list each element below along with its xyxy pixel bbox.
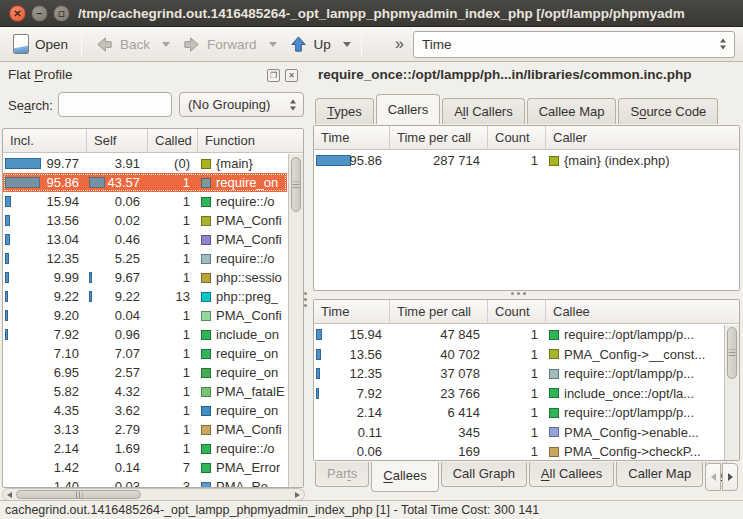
tab-all-callers[interactable]: All Callers	[442, 98, 525, 124]
column-header-time[interactable]: Time	[314, 300, 390, 324]
column-header-time[interactable]: Time	[314, 126, 390, 150]
grouping-combo[interactable]: (No Grouping)	[179, 92, 304, 117]
function-row[interactable]: 6.952.571require_on	[3, 363, 287, 382]
tab-callee-map[interactable]: Callee Map	[527, 98, 617, 124]
callee-row[interactable]: 7.9223 7661include_once::/opt/la...	[314, 384, 723, 404]
open-button[interactable]: Open	[8, 31, 73, 57]
title-bar: ✕ − ◻ /tmp/cachegrind.out.1416485264-_op…	[0, 0, 743, 27]
tab-callers[interactable]: Callers	[376, 94, 440, 124]
function-type-icon	[549, 330, 559, 340]
callee-row[interactable]: 2.146 4141require::/opt/lampp/p...	[314, 403, 723, 423]
toolbar: Open Back Forward Up » Time	[0, 27, 743, 62]
toolbar-overflow-chevron[interactable]: »	[391, 35, 408, 53]
function-row[interactable]: 5.824.321PMA_fatalE	[3, 382, 287, 401]
function-row[interactable]: 15.940.061require::/o	[3, 192, 287, 211]
up-dropdown-icon[interactable]	[343, 42, 351, 47]
callee-row[interactable]: 13.5640 7021PMA_Config->__const...	[314, 345, 723, 365]
back-button[interactable]: Back	[90, 32, 155, 57]
window-close-button[interactable]: ✕	[9, 5, 26, 22]
function-row[interactable]: 1.420.147PMA_Error	[3, 458, 287, 477]
vertical-scrollbar[interactable]	[288, 154, 303, 487]
function-type-icon	[201, 349, 211, 359]
up-button[interactable]: Up	[284, 32, 336, 57]
flat-profile-dock: Flat Profile ❐ ✕ Search: (No Grouping) I…	[0, 62, 306, 500]
function-type-icon	[201, 444, 211, 454]
column-header-caller[interactable]: Caller	[546, 126, 739, 150]
forward-button[interactable]: Forward	[177, 32, 262, 57]
column-header-function[interactable]: Function	[198, 129, 303, 153]
function-row[interactable]: 13.040.461PMA_Confi	[3, 230, 287, 249]
column-header-callee[interactable]: Callee	[546, 300, 739, 324]
scroll-left-icon[interactable]	[7, 492, 12, 498]
function-row[interactable]: 3.132.791PMA_Confi	[3, 420, 287, 439]
table-splitter[interactable]	[511, 292, 514, 295]
function-row[interactable]: 7.107.071require_on	[3, 344, 287, 363]
function-detail-panel: require_once::/opt/lampp/ph...in/librari…	[306, 62, 743, 500]
function-row[interactable]: 99.773.91(0){main}	[3, 154, 287, 173]
scroll-right-icon[interactable]	[295, 492, 300, 498]
function-row[interactable]: 2.141.691require::/o	[3, 439, 287, 458]
function-type-icon	[201, 178, 211, 188]
spinner-arrows-icon[interactable]	[290, 99, 296, 110]
scrollbar-thumb[interactable]	[16, 490, 141, 499]
toolbar-separator	[81, 32, 82, 56]
column-header-called[interactable]: Called	[148, 129, 198, 153]
tab-source-code[interactable]: Source Code	[618, 98, 718, 124]
window-title: /tmp/cachegrind.out.1416485264-_opt_lamp…	[78, 0, 741, 27]
function-type-icon	[201, 368, 211, 378]
column-header-self[interactable]: Self	[87, 129, 148, 153]
tab-scroll-right-icon[interactable]	[722, 463, 738, 491]
function-row[interactable]: 9.999.671php::sessio	[3, 268, 287, 287]
function-row[interactable]: 9.200.041PMA_Confi	[3, 306, 287, 325]
tab-scroll-left-icon[interactable]	[705, 463, 721, 491]
detail-tabs-bottom: PartsCalleesCall GraphAll CalleesCaller …	[315, 462, 729, 493]
column-header-count[interactable]: Count	[488, 300, 546, 324]
column-header-time-per-call[interactable]: Time per call	[390, 300, 488, 324]
search-input[interactable]	[58, 92, 172, 117]
function-type-icon	[549, 447, 559, 457]
function-list: 99.773.91(0){main}95.8643.571require_on1…	[3, 154, 287, 487]
callee-row[interactable]: 0.113451PMA_Config->enable...	[314, 423, 723, 443]
scrollbar-thumb[interactable]	[727, 327, 737, 379]
tab-parts[interactable]: Parts	[315, 462, 369, 487]
callee-row[interactable]: 12.3537 0781require::/opt/lampp/p...	[314, 364, 723, 384]
function-row[interactable]: 4.353.621require_on	[3, 401, 287, 420]
function-type-icon	[549, 427, 559, 437]
window-maximize-button[interactable]: ◻	[53, 5, 70, 22]
function-row[interactable]: 1.400.033PMA_Re	[3, 477, 287, 487]
callee-row[interactable]: 0.061691PMA_Config->checkP...	[314, 442, 723, 460]
callee-list: 15.9447 8451require::/opt/lampp/p...13.5…	[314, 325, 723, 460]
function-type-icon	[549, 349, 559, 359]
tab-all-callees[interactable]: All Callees	[529, 462, 614, 487]
tab-call-graph[interactable]: Call Graph	[441, 462, 527, 487]
function-row[interactable]: 13.560.021PMA_Confi	[3, 211, 287, 230]
function-type-icon	[201, 273, 211, 283]
function-row[interactable]: 9.229.2213php::preg_	[3, 287, 287, 306]
function-row[interactable]: 95.8643.571require_on	[3, 173, 287, 192]
function-row[interactable]: 7.920.961include_on	[3, 325, 287, 344]
column-header-time-per-call[interactable]: Time per call	[390, 126, 488, 150]
forward-dropdown-icon[interactable]	[269, 42, 277, 47]
table-header: Time Time per call Count Callee	[314, 300, 739, 324]
event-type-combo[interactable]: Time	[413, 31, 735, 58]
spinner-arrows-icon[interactable]	[720, 39, 726, 50]
dock-float-icon[interactable]: ❐	[267, 69, 280, 82]
window-minimize-button[interactable]: −	[31, 5, 48, 22]
function-row[interactable]: 12.355.251require::/o	[3, 249, 287, 268]
function-type-icon	[201, 254, 211, 264]
arrow-left-icon	[95, 35, 114, 54]
tab-caller-map[interactable]: Caller Map	[616, 462, 703, 487]
scrollbar-thumb[interactable]	[291, 157, 301, 212]
caller-row[interactable]: 95.86287 7141{main} (index.php)	[314, 151, 739, 171]
dock-close-icon[interactable]: ✕	[285, 69, 298, 82]
back-dropdown-icon[interactable]	[162, 42, 170, 47]
tab-callees[interactable]: Callees	[371, 462, 438, 492]
vertical-scrollbar[interactable]	[724, 325, 739, 460]
dock-title: Flat Profile	[8, 67, 73, 82]
toolbar-separator	[361, 32, 362, 56]
function-type-icon	[201, 425, 211, 435]
column-header-incl[interactable]: Incl.	[3, 129, 87, 153]
column-header-count[interactable]: Count	[488, 126, 546, 150]
tab-types[interactable]: Types	[315, 98, 374, 124]
callee-row[interactable]: 15.9447 8451require::/opt/lampp/p...	[314, 325, 723, 345]
